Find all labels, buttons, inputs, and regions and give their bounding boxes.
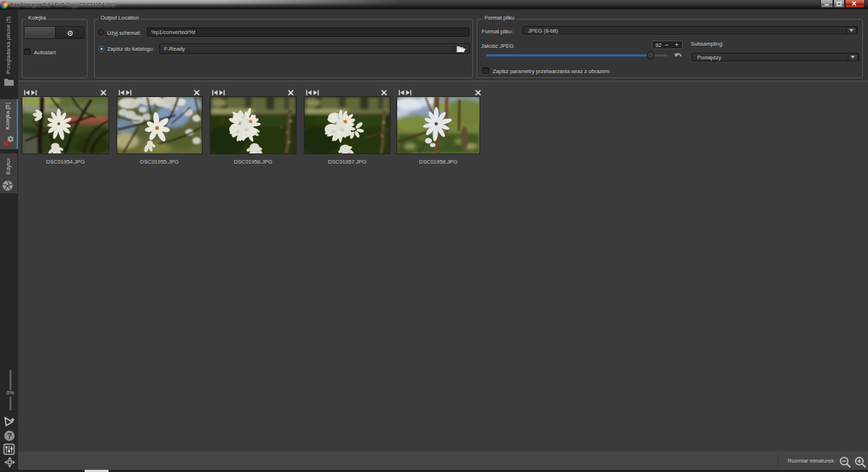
svg-text:?: ? [7, 431, 12, 440]
